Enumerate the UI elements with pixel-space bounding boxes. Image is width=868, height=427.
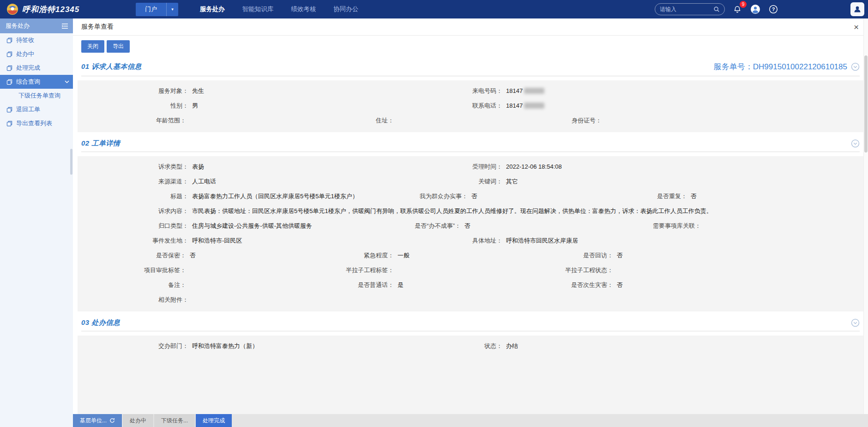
sidebar-item-export-list[interactable]: 导出查看列表 [0, 116, 73, 130]
field-value: 先生 [188, 86, 204, 96]
export-button[interactable]: 导出 [107, 40, 130, 53]
collapse-chevron-icon[interactable] [851, 318, 860, 327]
field-label: 半拉子工程状态： [493, 266, 613, 275]
sidebar-item-pending-sign[interactable]: 待签收 [0, 33, 73, 47]
field-value: 市民表扬：供暖地址：回民区水岸康居5号楼5单元1楼东户，供暖阀门有异响，联系供暖… [188, 207, 712, 216]
field-label: 备注： [78, 281, 186, 290]
bottom-tab-base-unit[interactable]: 基层单位... [73, 414, 122, 427]
panel-basic-info: 服务对象： 先生 来电号码： 18147 性别： 男 联系电话： 18147 年… [78, 80, 863, 132]
sidebar-item-completed[interactable]: 处理完成 [0, 61, 73, 75]
notification-bell-icon[interactable]: 9 [732, 4, 743, 15]
field-label: 来电号码： [401, 86, 502, 96]
field-value: 表扬富泰热力工作人员（回民区水岸康居5号楼5单元1楼东户） [188, 192, 358, 201]
field-category: 归口类型： 住房与城乡建设-公共服务-供暖-其他供暖服务 [78, 221, 364, 231]
vertical-scrollbar-thumb[interactable] [864, 55, 868, 152]
field-value: 呼和浩特富泰热力（新） [188, 342, 258, 351]
field-label: 标题： [78, 192, 188, 201]
bottom-tab-label: 下级任务... [161, 417, 188, 425]
field-value: 其它 [502, 177, 518, 186]
notification-badge: 9 [740, 1, 747, 8]
bottom-tab-label: 基层单位... [80, 417, 107, 425]
doc-icon [6, 79, 12, 85]
chevron-down-icon [65, 80, 69, 84]
nav-item-service-handling[interactable]: 服务处办 [191, 0, 234, 18]
field-label: 需要事项库关联： [581, 221, 701, 231]
nav-item-performance[interactable]: 绩效考核 [282, 0, 325, 18]
field-is-secret: 是否保密： 否 [78, 251, 285, 260]
field-value: 一般 [394, 251, 410, 260]
section-header-handling-info: 03 处办信息 [81, 316, 860, 331]
nav-item-collaboration[interactable]: 协同办公 [325, 0, 367, 18]
field-appeal-content: 诉求内容： 市民表扬：供暖地址：回民区水岸康居5号楼5单元1楼东户，供暖阀门有异… [78, 207, 863, 216]
field-value: 否 [613, 251, 623, 260]
field-label: 年龄范围： [78, 116, 186, 125]
sidebar-item-comprehensive-query[interactable]: 综合查询 [0, 75, 73, 89]
nav-item-knowledge-base[interactable]: 智能知识库 [234, 0, 283, 18]
help-icon[interactable]: ? [768, 4, 779, 15]
sidebar-item-returned-orders[interactable]: 退回工单 [0, 103, 73, 116]
field-row: 服务对象： 先生 来电号码： 18147 [78, 84, 863, 98]
panel-order-detail: 诉求类型： 表扬 受理时间： 2022-12-06 18:54:08 来源渠道：… [78, 156, 863, 311]
user-profile-icon[interactable] [850, 2, 864, 16]
bottom-tab-subtask[interactable]: 下级任务... [154, 414, 195, 427]
service-center-icon[interactable] [750, 4, 761, 15]
field-value: 人工电话 [188, 177, 216, 186]
search-icon[interactable] [713, 6, 720, 12]
sidebar-item-subtask-query[interactable]: 下级任务单查询 [0, 89, 73, 103]
field-urgency: 紧急程度： 一般 [285, 251, 493, 260]
person-icon [853, 5, 862, 13]
chevron-down-icon[interactable]: ▾ [166, 3, 178, 16]
field-attachments: 相关附件： [78, 295, 863, 305]
bottom-tab-completed[interactable]: 处理完成 [196, 414, 232, 427]
field-label: 是否次生灾害： [493, 281, 613, 290]
field-remark: 备注： [78, 281, 285, 290]
svg-text:?: ? [772, 6, 775, 12]
field-label: 住址： [285, 116, 394, 125]
refresh-icon[interactable] [109, 418, 115, 423]
sidebar-item-label: 导出查看列表 [16, 119, 52, 128]
collapse-chevron-icon[interactable] [851, 62, 860, 71]
field-label: 归口类型： [78, 221, 188, 231]
field-id-number: 身份证号： [493, 116, 863, 125]
field-status: 状态： 办结 [401, 342, 863, 351]
field-project-approval-tag: 项目审批标签： [78, 266, 285, 275]
search-input[interactable] [660, 6, 713, 12]
field-accept-time: 受理时间： 2022-12-06 18:54:08 [401, 162, 863, 171]
field-item-lib-link: 需要事项库关联： [581, 221, 863, 231]
redacted-blur [524, 103, 544, 109]
field-for-masses: 我为群众办实事： 否 [364, 192, 581, 201]
collapse-chevron-icon[interactable] [851, 139, 860, 148]
field-label: 性别： [78, 101, 188, 110]
order-label: 服务单号： [714, 62, 753, 71]
menu-collapse-icon[interactable] [61, 23, 68, 29]
field-value: 男 [188, 101, 198, 110]
field-row: 年龄范围： 住址： 身份证号： [78, 113, 863, 128]
field-label: 是否重复： [581, 192, 687, 201]
section-title: 02 工单详情 [81, 139, 120, 148]
close-button[interactable]: 关闭 [81, 40, 104, 53]
field-value: 呼和浩特市回民区水岸康居 [502, 236, 578, 245]
field-detail-address: 具体地址： 呼和浩特市回民区水岸康居 [401, 236, 863, 245]
avatar-circle-icon [750, 4, 760, 14]
page-header: 服务单查看 × [73, 18, 868, 36]
close-icon[interactable]: × [854, 23, 859, 31]
bottom-tab-in-progress[interactable]: 处办中 [123, 414, 153, 427]
search-box[interactable] [655, 3, 725, 15]
field-label: 事件发生地： [78, 236, 188, 245]
doc-icon [6, 51, 12, 57]
field-label: 项目审批标签： [78, 266, 186, 275]
field-age-range: 年龄范围： [78, 116, 285, 125]
field-source-channel: 来源渠道： 人工电话 [78, 177, 401, 186]
sidebar-item-in-progress[interactable]: 处办中 [0, 47, 73, 61]
sidebar-scrollbar-thumb[interactable] [70, 149, 72, 175]
field-value: 否 [687, 192, 697, 201]
portal-menu-button[interactable]: 门户 ▾ [136, 3, 178, 16]
app-logo: 呼和浩特12345 [0, 3, 86, 15]
field-contact-phone: 联系电话： 18147 [401, 101, 863, 110]
field-row: 事件发生地： 呼和浩特市-回民区 具体地址： 呼和浩特市回民区水岸康居 [78, 233, 863, 248]
sidebar-title: 服务处办 [6, 22, 30, 30]
doc-icon [6, 121, 12, 127]
field-label: 是否普通话： [285, 281, 394, 290]
field-label: 具体地址： [401, 236, 502, 245]
panel-handling-info: 交办部门： 呼和浩特富泰热力（新） 状态： 办结 [78, 336, 863, 414]
